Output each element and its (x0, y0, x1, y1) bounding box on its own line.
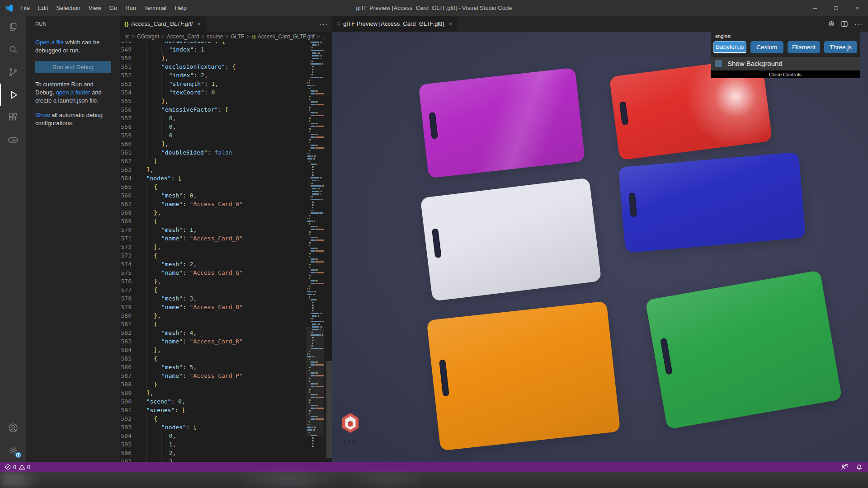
show-background-checkbox[interactable] (715, 60, 722, 67)
link-show[interactable]: Show (35, 112, 50, 118)
close-controls-button[interactable]: Close Controls (711, 70, 860, 78)
problems-warnings[interactable]: 0 (19, 464, 30, 470)
code-line[interactable]: 561 "doubleSided": false (120, 148, 306, 157)
code-line[interactable]: 566 "mesh": 0, (120, 191, 306, 200)
manage-gear-icon[interactable] (0, 439, 26, 462)
code-line[interactable]: 572 }, (120, 243, 306, 251)
code-line[interactable]: 560 ], (120, 140, 306, 148)
code-line[interactable]: 571 "name": "Access_Card_O" (120, 234, 306, 243)
menu-view[interactable]: View (85, 0, 105, 16)
code-line[interactable]: 583 "name": "Access_Card_R" (120, 337, 306, 346)
link-open-a-folder[interactable]: open a folder (56, 89, 90, 96)
code-line[interactable]: 562 } (120, 157, 306, 165)
menu-edit[interactable]: Edit (34, 0, 52, 16)
code-line[interactable]: 595 1, (120, 440, 306, 449)
code-line[interactable]: 554 "texCoord": 0 (120, 88, 306, 97)
menu-file[interactable]: File (16, 0, 34, 16)
code-line[interactable]: 585 { (120, 354, 306, 363)
code-line[interactable]: 580 }, (120, 311, 306, 320)
code-line[interactable]: 596 2, (120, 449, 306, 457)
gltf-tools-icon[interactable]: TF (0, 129, 26, 151)
feedback-icon[interactable] (841, 464, 849, 470)
code-line[interactable]: 570 "mesh": 1, (120, 225, 306, 234)
search-icon[interactable] (0, 38, 26, 61)
explorer-icon[interactable] (0, 16, 26, 38)
breadcrumb-item[interactable]: Access_Card_GLTF.gltf (258, 33, 315, 40)
editor-more-actions[interactable]: ··· (320, 16, 328, 32)
code-line[interactable]: 573 { (120, 251, 306, 260)
minimize-button[interactable]: ─ (804, 0, 826, 16)
code-line[interactable]: 555 }, (120, 97, 306, 105)
engine-button-filament[interactable]: Filament (788, 41, 821, 53)
engine-button-babylonjs[interactable]: Babylon.js (713, 41, 746, 53)
code-editor[interactable]: 548 "normalTexture": {549 "index": 1550 … (120, 42, 332, 462)
code-line[interactable]: 557 0, (120, 114, 306, 122)
tab-access-card-gltf[interactable]: {} Access_Card_GLTF.gltf × (120, 16, 206, 32)
code-line[interactable]: 575 "name": "Access_Card_G" (120, 268, 306, 277)
code-line[interactable]: 568 }, (120, 208, 306, 217)
breadcrumb-item[interactable]: ... (322, 33, 327, 40)
code-line[interactable]: 576 }, (120, 277, 306, 286)
code-line[interactable]: 558 0, (120, 122, 306, 131)
menu-selection[interactable]: Selection (52, 0, 84, 16)
breadcrumb-item[interactable]: GLTF (231, 33, 245, 40)
code-line[interactable]: 565 { (120, 183, 306, 191)
problems-errors[interactable]: 0 (5, 464, 16, 470)
preview-more-actions[interactable]: ··· (854, 20, 863, 28)
code-line[interactable]: 549 "index": 1 (120, 45, 306, 54)
code-line[interactable]: 590 "scene": 0, (120, 397, 306, 406)
tab-close-icon[interactable]: × (197, 20, 201, 28)
source-control-icon[interactable] (0, 61, 26, 84)
code-line[interactable]: 550 }, (120, 54, 306, 62)
run-and-debug-button[interactable]: Run and Debug (35, 61, 111, 73)
tab-gltf-preview[interactable]: ≡ glTF Preview [Access_Card_GLTF.gltf] × (332, 16, 457, 32)
code-line[interactable]: 551 "occlusionTexture": { (120, 62, 306, 71)
run-and-debug-icon[interactable] (0, 84, 26, 106)
engine-button-cesium[interactable]: Cesium (750, 41, 783, 53)
scrollbar-thumb[interactable] (326, 361, 332, 458)
code-line[interactable]: 593 "nodes": [ (120, 423, 306, 432)
gltf-inspector-icon[interactable]: ⊛ (828, 19, 835, 28)
code-line[interactable]: 578 "mesh": 3, (120, 294, 306, 303)
code-line[interactable]: 574 "mesh": 2, (120, 260, 306, 268)
breadcrumb-item[interactable]: Access_Card (167, 33, 199, 40)
menu-go[interactable]: Go (105, 0, 121, 16)
code-line[interactable]: 589 ], (120, 389, 306, 397)
minimap[interactable] (306, 42, 324, 462)
code-line[interactable]: 591 "scenes": [ (120, 406, 306, 414)
accounts-icon[interactable] (0, 417, 26, 439)
code-line[interactable]: 556 "emissiveFactor": [ (120, 105, 306, 114)
code-line[interactable]: 553 "strength": 1, (120, 80, 306, 88)
code-line[interactable]: 594 0, (120, 432, 306, 440)
menu-run[interactable]: Run (121, 0, 140, 16)
code-line[interactable]: 564 "nodes": [ (120, 174, 306, 183)
code-line[interactable]: 577 { (120, 286, 306, 294)
link-open-a-file[interactable]: Open a file (35, 39, 64, 46)
code-line[interactable]: 586 "mesh": 5, (120, 363, 306, 371)
code-line[interactable]: 584 }, (120, 346, 306, 354)
code-line[interactable]: 582 "mesh": 4, (120, 328, 306, 337)
code-line[interactable]: 569 { (120, 217, 306, 225)
code-line[interactable]: 563 ], (120, 165, 306, 174)
notifications-bell-icon[interactable] (856, 464, 863, 471)
code-line[interactable]: 597 3, (120, 457, 306, 462)
gltf-3d-canvas[interactable]: 4.1.0 engine: Babylon.jsCesiumFilamentTh… (332, 32, 868, 462)
code-line[interactable]: 581 { (120, 320, 306, 328)
preview-tab-close-icon[interactable]: × (448, 20, 452, 28)
maximize-button[interactable]: □ (826, 0, 847, 16)
breadcrumb-item[interactable]: x: (125, 33, 129, 40)
breadcrumb-item[interactable]: CGtarget (137, 33, 159, 40)
code-line[interactable]: 588 } (120, 380, 306, 389)
split-editor-icon[interactable] (841, 20, 848, 28)
close-button[interactable]: × (847, 0, 868, 16)
extensions-icon[interactable] (0, 106, 26, 129)
code-line[interactable]: 587 "name": "Access_Card_P" (120, 371, 306, 380)
menu-terminal[interactable]: Terminal (140, 0, 170, 16)
code-line[interactable]: 559 0 (120, 131, 306, 140)
menu-help[interactable]: Help (170, 0, 191, 16)
engine-button-threejs[interactable]: Three.js (824, 41, 857, 53)
code-line[interactable]: 592 { (120, 414, 306, 423)
editor-scrollbar[interactable] (326, 42, 332, 462)
breadcrumb-item[interactable]: sourse (207, 33, 223, 40)
code-line[interactable]: 567 "name": "Access_Card_W" (120, 200, 306, 208)
